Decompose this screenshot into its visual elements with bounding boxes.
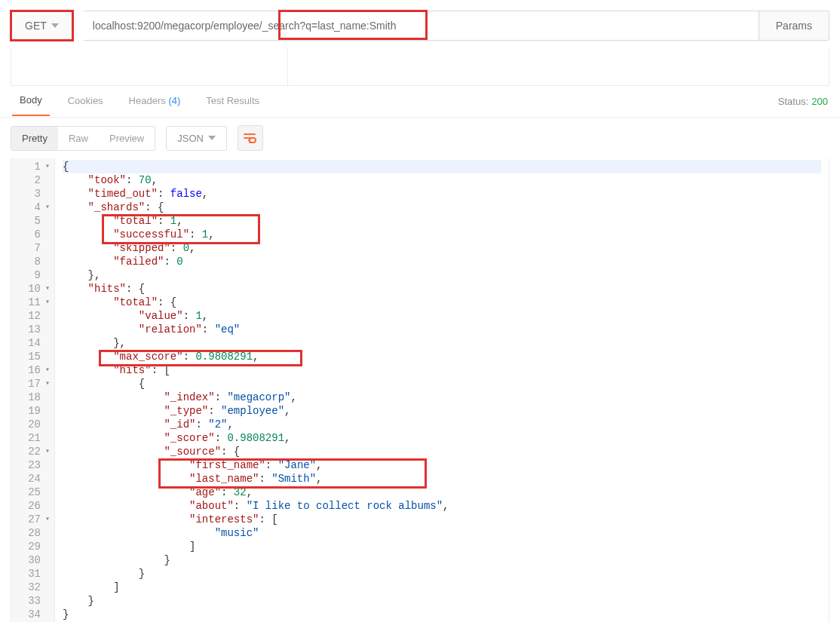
http-method-select[interactable]: GET bbox=[11, 11, 73, 41]
tab-headers-label: Headers bbox=[129, 95, 166, 106]
mid-panel bbox=[11, 48, 829, 86]
http-method-label: GET bbox=[25, 20, 47, 32]
tab-body[interactable]: Body bbox=[12, 94, 50, 116]
tab-cookies[interactable]: Cookies bbox=[60, 95, 111, 115]
url-input[interactable] bbox=[93, 20, 750, 32]
view-raw[interactable]: Raw bbox=[58, 127, 99, 150]
status-area: Status: 200 bbox=[778, 96, 828, 115]
view-pretty[interactable]: Pretty bbox=[11, 127, 58, 150]
wrap-lines-button[interactable] bbox=[238, 125, 263, 151]
status-code: 200 bbox=[811, 96, 828, 107]
tab-headers-count: (4) bbox=[168, 95, 180, 106]
mid-panel-left bbox=[11, 48, 288, 85]
tab-test-results[interactable]: Test Results bbox=[198, 95, 267, 115]
tab-headers[interactable]: Headers (4) bbox=[121, 95, 189, 115]
params-button[interactable]: Params bbox=[759, 11, 829, 41]
response-toolbar: Pretty Raw Preview JSON bbox=[0, 118, 840, 158]
mid-panel-right bbox=[288, 48, 829, 85]
chevron-down-icon bbox=[208, 136, 216, 140]
chevron-down-icon bbox=[51, 23, 59, 28]
response-tabs: Body Cookies Headers (4) Test Results St… bbox=[0, 86, 840, 118]
response-body: 1▾234▾5678910▾11▾1213141516▾17▾181920212… bbox=[11, 158, 829, 622]
status-label: Status: bbox=[778, 96, 808, 107]
line-gutter: 1▾234▾5678910▾11▾1213141516▾17▾181920212… bbox=[11, 158, 55, 622]
wrap-icon bbox=[243, 132, 258, 144]
code-lines[interactable]: { "took": 70, "timed_out": false, "_shar… bbox=[55, 158, 829, 622]
url-input-wrap bbox=[84, 11, 759, 41]
view-mode-group: Pretty Raw Preview bbox=[11, 126, 155, 151]
view-preview[interactable]: Preview bbox=[99, 127, 155, 150]
format-select[interactable]: JSON bbox=[166, 126, 227, 151]
format-label: JSON bbox=[177, 133, 204, 144]
